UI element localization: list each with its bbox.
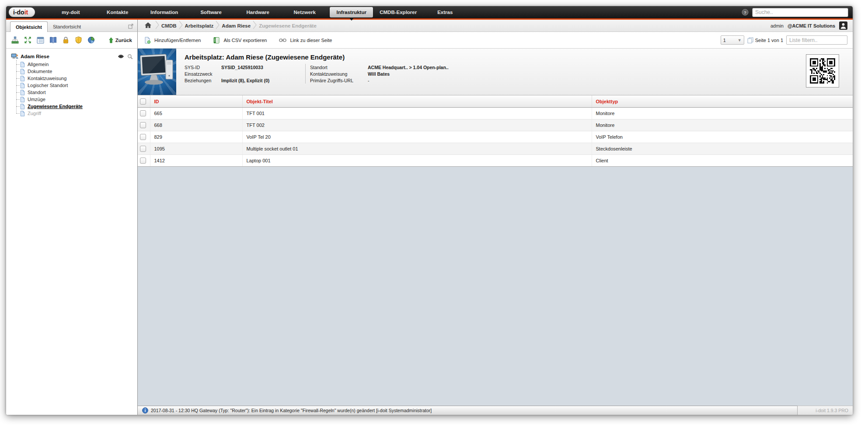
tree-root-actions <box>118 54 133 60</box>
app-window: i-doit my-doitKontakteInformationSoftwar… <box>6 6 853 415</box>
row-checkbox[interactable] <box>140 146 146 152</box>
content-filler <box>138 167 853 406</box>
row-checkbox[interactable] <box>140 134 146 140</box>
logo-text-black: i-do <box>13 9 24 16</box>
nav-item[interactable]: Information <box>141 6 188 18</box>
cell-id: 665 <box>150 108 242 119</box>
tab-objektsicht[interactable]: Objektsicht <box>10 21 48 32</box>
content-area: Arbeitsplatz: Adam Riese (Zugewiesene En… <box>138 49 853 415</box>
csv-export-button[interactable]: Als CSV exportieren <box>213 37 267 44</box>
row-checkbox[interactable] <box>140 122 146 128</box>
main-menu: my-doitKontakteInformationSoftwareHardwa… <box>47 6 468 18</box>
info-label: Einsatzzweck <box>185 71 221 77</box>
shield-icon[interactable] <box>75 36 82 44</box>
table-row[interactable]: 665 TFT 001 Monitore <box>138 108 853 119</box>
back-label: Zurück <box>115 38 132 43</box>
table-row[interactable]: 668 TFT 002 Monitore <box>138 119 853 131</box>
calendar-icon[interactable] <box>37 36 44 44</box>
tree-item[interactable]: Kontaktzuweisung <box>14 75 134 82</box>
list-filter-input[interactable] <box>786 35 847 45</box>
cell-type: VoIP Telefon <box>592 131 853 143</box>
cell-type: Client <box>592 155 853 167</box>
table-row[interactable]: 829 VoIP Tel 20 VoIP Telefon <box>138 131 853 143</box>
nav-item[interactable]: Software <box>188 6 234 18</box>
top-nav: i-doit my-doitKontakteInformationSoftwar… <box>6 6 853 20</box>
object-tree-sidebar: Adam Riese Allgemein Dokumente <box>6 49 138 415</box>
tree-item[interactable]: Zugriff <box>14 110 134 117</box>
csv-export-icon <box>213 37 220 44</box>
row-checkbox[interactable] <box>140 110 146 116</box>
tree-item[interactable]: Logischer Standort <box>14 82 134 89</box>
tree-item[interactable]: Umzüge <box>14 96 134 103</box>
back-button[interactable]: Zurück <box>109 37 133 43</box>
workstation-icon <box>11 53 18 60</box>
cell-type: Steckdosenleiste <box>592 143 853 155</box>
breadcrumb-item[interactable]: Arbeitsplatz <box>185 23 214 28</box>
cell-id: 1095 <box>150 143 242 155</box>
up-arrow-icon <box>109 37 113 43</box>
info-icon <box>142 407 148 413</box>
qr-code-box <box>806 54 839 88</box>
add-remove-button[interactable]: Hinzufügen/Entfernen <box>144 37 201 44</box>
expand-all-icon[interactable] <box>24 36 31 44</box>
home-icon[interactable] <box>145 22 151 30</box>
info-label: SYS-ID <box>185 65 221 70</box>
search-input[interactable] <box>752 8 848 17</box>
table-row[interactable]: 1095 Multiple socket outlet 01 Steckdose… <box>138 143 853 155</box>
logbook-icon[interactable] <box>49 36 57 44</box>
svg-text:?: ? <box>744 10 746 15</box>
help-icon[interactable]: ? <box>742 9 749 16</box>
idoit-logo[interactable]: i-doit <box>9 7 35 17</box>
row-checkbox[interactable] <box>140 158 146 164</box>
tree-item[interactable]: Standort <box>14 89 134 96</box>
status-message-area: 2017-08-31 - 12:30 HQ Gateway (Typ: "Rou… <box>138 406 798 415</box>
document-add-icon <box>144 37 151 44</box>
document-icon <box>20 90 25 95</box>
workstation-image <box>138 49 176 95</box>
breadcrumb-item[interactable]: CMDB <box>161 23 177 28</box>
user-area: admin @ACME IT Solutions <box>770 21 847 30</box>
info-row: Beziehungen Implizit (8), Explizit (0) <box>185 77 305 84</box>
info-value: Implizit (8), Explizit (0) <box>221 78 305 83</box>
qr-code-svg <box>810 58 835 84</box>
csv-export-label: Als CSV exportieren <box>223 38 267 43</box>
nav-item[interactable]: CMDB-Explorer <box>375 6 422 18</box>
breadcrumb: CMDB Arbeitsplatz Adam Riese Zugewiesene… <box>138 20 853 32</box>
pages-icon <box>747 37 753 43</box>
nav-item[interactable]: Extras <box>422 6 468 18</box>
page-select[interactable]: 1 ▼ <box>721 35 744 45</box>
tree-item[interactable]: Zugewiesene Endgeräte <box>14 103 134 110</box>
hierarchy-icon[interactable] <box>11 36 19 44</box>
tree-item[interactable]: Allgemein <box>14 61 134 68</box>
object-info: Arbeitsplatz: Adam Riese (Zugewiesene En… <box>176 49 449 95</box>
info-row: Standort ACME Headquart.. > 1.04 Open-pl… <box>310 64 449 70</box>
select-all-checkbox[interactable] <box>140 98 146 105</box>
user-profile-icon[interactable] <box>839 21 847 30</box>
tree-item[interactable]: Dokumente <box>14 68 134 75</box>
info-label: Kontaktzuweisung <box>310 71 368 77</box>
tab-standortsicht[interactable]: Standortsicht <box>48 21 86 32</box>
table-row[interactable]: 1412 Laptop 001 Client <box>138 155 853 167</box>
eye-icon[interactable] <box>118 54 124 59</box>
lock-icon[interactable] <box>62 36 70 44</box>
nav-item[interactable]: Hardware <box>234 6 281 18</box>
nav-item[interactable]: my-doit <box>47 6 94 18</box>
column-header-title[interactable]: Objekt-Titel <box>242 95 592 108</box>
breadcrumb-separator-icon <box>178 20 183 32</box>
breadcrumb-item[interactable]: Zugewiesene Endgeräte <box>259 23 317 28</box>
document-icon <box>20 69 25 74</box>
nav-item[interactable]: Netzwerk <box>281 6 328 18</box>
column-header-type[interactable]: Objekttyp <box>592 95 853 108</box>
piechart-icon[interactable] <box>87 36 95 44</box>
nav-item[interactable]: Infrastruktur <box>330 7 373 18</box>
nav-item[interactable]: Kontakte <box>94 6 141 18</box>
page-link-button[interactable]: Link zu dieser Seite <box>279 38 332 43</box>
tree-root-adam-riese[interactable]: Adam Riese <box>11 53 134 60</box>
magnifier-icon[interactable] <box>127 54 133 60</box>
column-header-id[interactable]: ID <box>150 95 242 108</box>
popout-icon[interactable] <box>128 23 133 31</box>
breadcrumb-item[interactable]: Adam Riese <box>222 23 251 28</box>
table-header-row: ID Objekt-Titel Objekttyp <box>138 95 853 108</box>
info-value: ACME Headquart.. > 1.04 Open-plan.. <box>368 65 449 70</box>
cell-type: Monitore <box>592 108 853 119</box>
